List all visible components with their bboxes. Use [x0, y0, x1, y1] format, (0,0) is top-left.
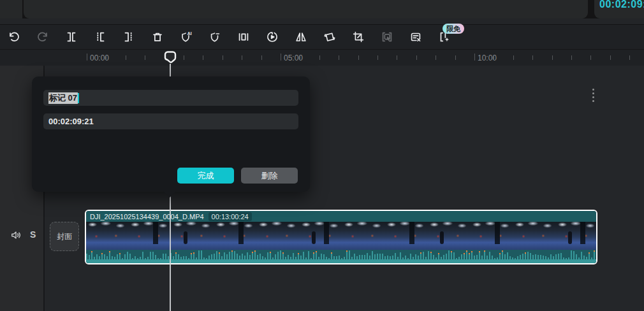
video-thumbnail [300, 222, 342, 250]
timeline-ruler[interactable]: 00:0005:0010:00 [0, 49, 644, 66]
ruler-tick [203, 55, 203, 60]
mask-shield-icon [208, 30, 222, 44]
undo-icon [7, 30, 21, 44]
preview-panel-bottom [24, 0, 588, 18]
ruler-tick [339, 55, 339, 60]
marker-name-selected-text: 标记 07 [48, 92, 78, 104]
ruler-tick [126, 55, 126, 60]
video-thumbnail [257, 222, 300, 250]
ruler-tick [397, 55, 397, 60]
video-clip[interactable]: DJI_20251025134439_0004_D.MP4 00:13:00:2… [85, 210, 597, 264]
delete-marker-button[interactable]: 删除 [241, 168, 298, 184]
mirror-button[interactable] [290, 27, 311, 48]
ruler-tick [87, 54, 87, 61]
ruler-tick [513, 55, 514, 60]
marker-time-input[interactable]: 00:02:09:21 [43, 113, 298, 129]
freeze-frame-icon [237, 30, 251, 44]
video-thumbnail [385, 222, 428, 250]
media-panel-bottom [0, 0, 22, 18]
redo-icon [36, 30, 50, 44]
svg-text:AI: AI [187, 31, 191, 36]
rotate-icon [323, 30, 337, 44]
ruler-tick [281, 54, 281, 61]
cover-button[interactable]: 封面 [50, 222, 79, 251]
rotate-button[interactable] [319, 27, 340, 48]
delete-right-icon [122, 30, 136, 44]
ruler-tick [532, 55, 533, 60]
ruler-tick [552, 55, 553, 60]
video-editor-timeline-panel: 00:02:09:21 AI [0, 0, 644, 311]
smart-cutout-ai-icon: AI [179, 30, 193, 44]
select-clip-button[interactable] [376, 27, 397, 48]
ruler-tick [455, 55, 456, 60]
trash-icon [150, 30, 165, 44]
ruler-tick [435, 55, 436, 60]
ruler-tick [474, 54, 475, 61]
video-thumbnail [556, 222, 596, 250]
marker-name-input[interactable]: 标记 07 [43, 90, 298, 106]
ruler-tick [629, 55, 630, 60]
undo-button[interactable] [3, 27, 24, 48]
delete-left-button[interactable] [89, 27, 110, 48]
ruler-tick [610, 55, 611, 60]
player-timecode-panel: 00:02:09:21 [594, 0, 644, 18]
clip-filename: DJI_20251025134439_0004_D.MP4 [90, 213, 204, 221]
video-thumbnail [129, 222, 172, 250]
delete-right-button[interactable] [118, 27, 139, 48]
ruler-tick [571, 55, 572, 60]
done-button[interactable]: 完成 [177, 168, 234, 184]
playhead-handle[interactable] [164, 50, 177, 67]
marker-edit-dialog: 标记 07 00:02:09:21 完成 删除 [32, 76, 310, 192]
ruler-tick [106, 55, 106, 60]
ruler-tick [377, 55, 378, 60]
clip-header: DJI_20251025134439_0004_D.MP4 00:13:00:2… [86, 211, 596, 222]
crop-icon [351, 30, 365, 44]
ruler-tick [300, 55, 300, 60]
track-mute-button[interactable] [10, 230, 22, 243]
video-thumbnail [428, 222, 471, 250]
track-solo-button[interactable]: S [30, 229, 36, 240]
video-thumbnail [214, 222, 257, 250]
ruler-tick [145, 55, 145, 60]
ruler-tick [358, 55, 359, 60]
ruler-tick [416, 55, 417, 60]
timeline-toolbar: AI [0, 24, 644, 49]
ruler-tick [261, 55, 262, 60]
ruler-tick [223, 55, 223, 60]
video-thumbnail [172, 222, 214, 250]
ruler-tick [319, 55, 320, 60]
speed-button[interactable] [261, 27, 282, 48]
video-thumbnail [513, 222, 556, 250]
ruler-tick [590, 55, 591, 60]
speed-icon [265, 30, 279, 44]
smart-trim-icon [409, 30, 423, 44]
smart-cutout-button[interactable]: AI [175, 27, 196, 48]
clip-right-trim-handle[interactable] [592, 89, 594, 102]
ruler-tick [184, 55, 184, 60]
text-caret [78, 93, 79, 103]
clip-thumbnail-strip [86, 222, 596, 250]
video-thumbnail [342, 222, 385, 250]
split-button[interactable] [61, 27, 82, 48]
speaker-icon [10, 230, 22, 240]
select-clip-icon [380, 30, 394, 44]
mask-button[interactable] [204, 27, 225, 48]
video-thumbnail [86, 222, 129, 250]
delete-button[interactable] [147, 27, 168, 48]
smart-trim-button[interactable] [405, 27, 426, 48]
split-icon [64, 30, 78, 44]
ruler-tick [242, 55, 242, 60]
ruler-tick [494, 55, 494, 60]
video-thumbnail [471, 222, 513, 250]
top-panels-strip: 00:02:09:21 [0, 0, 644, 18]
crop-button[interactable] [348, 27, 369, 48]
redo-button[interactable] [32, 27, 53, 48]
delete-left-icon [93, 30, 107, 44]
mirror-icon [294, 30, 308, 44]
clip-duration-badge: 00:13:00:24 [209, 212, 252, 221]
freeze-frame-button[interactable] [233, 27, 254, 48]
player-timecode: 00:02:09:21 [599, 0, 644, 10]
clip-audio-waveform [86, 250, 596, 263]
limited-free-badge: 限免 [443, 24, 464, 34]
